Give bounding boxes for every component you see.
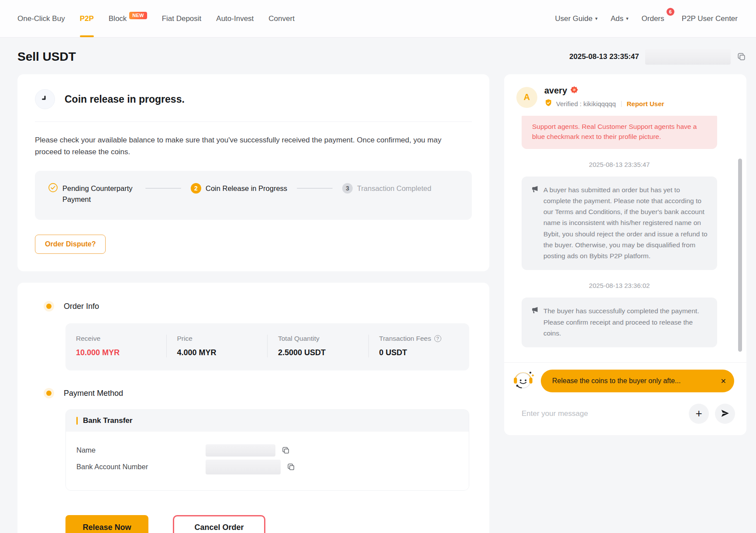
status-description: Please check your available balance to m… — [35, 134, 450, 158]
avatar: A — [516, 87, 537, 108]
nav-user-guide-label: User Guide — [555, 14, 592, 23]
megaphone-icon — [530, 306, 539, 339]
field-value: 2.5000 USDT — [278, 348, 361, 357]
step-connector — [145, 188, 181, 189]
verified-label: Verified : kikikiqqqqq — [556, 100, 616, 107]
bullet-icon — [46, 304, 52, 309]
top-navigation: One-Click Buy P2P Block NEW Fiat Deposit… — [0, 0, 756, 38]
step-transaction-completed: 3 Transaction Completed — [342, 183, 431, 194]
chat-scrollbar[interactable] — [738, 159, 742, 352]
nav-auto-invest[interactable]: Auto-Invest — [216, 0, 254, 37]
bot-tip-pill[interactable]: Release the coins to the buyer only afte… — [541, 370, 734, 392]
page-title: Sell USDT — [17, 50, 76, 64]
release-now-button[interactable]: Release Now — [65, 515, 148, 533]
payment-field-label: Bank Account Number — [76, 463, 206, 471]
step-pending-payment: Pending Counterparty Payment — [48, 183, 136, 205]
nav-orders[interactable]: Orders 6 — [642, 0, 669, 37]
megaphone-icon — [530, 185, 539, 262]
payment-method-box: Bank Transfer Name — [65, 409, 469, 491]
chat-bot-icon — [511, 368, 536, 394]
order-id-redacted — [645, 49, 731, 65]
check-circle-icon — [48, 183, 58, 194]
field-label: Total Quantity — [278, 335, 320, 343]
chat-panel: A avery Verified : kikikiqqq — [504, 74, 746, 435]
message-text: The buyer has successfully completed the… — [543, 305, 708, 339]
nav-convert[interactable]: Convert — [268, 0, 295, 37]
system-announcement: A buyer has submitted an order but has y… — [522, 177, 717, 270]
active-tab-underline — [80, 35, 94, 37]
chat-timestamp: 2025-08-13 23:36:02 — [522, 282, 717, 289]
nav-one-click-buy[interactable]: One-Click Buy — [17, 0, 65, 37]
bullet-icon — [46, 391, 52, 396]
field-label: Transaction Fees — [379, 335, 431, 343]
order-dispute-button[interactable]: Order Dispute? — [35, 235, 106, 254]
nav-p2p-label: P2P — [80, 14, 94, 23]
order-details-card: Order Info Receive 10.000 MYR Price 4.00… — [17, 283, 489, 533]
chat-user-info: avery Verified : kikikiqqqqq Report U — [544, 86, 664, 109]
accent-bar — [76, 417, 78, 425]
page-content: Sell USDT 2025-08-13 23:35:47 C — [0, 49, 756, 533]
order-created-time: 2025-08-13 23:35:47 — [569, 52, 639, 61]
order-column: Coin release in progress. Please check y… — [17, 74, 489, 533]
step-label: Transaction Completed — [357, 183, 431, 194]
step-coin-release: 2 Coin Release in Progress — [191, 183, 287, 194]
chevron-down-icon: ▾ — [626, 16, 629, 21]
order-field-price: Price 4.000 MYR — [166, 335, 268, 357]
nav-p2p[interactable]: P2P — [80, 0, 94, 37]
chat-input-row: + — [504, 398, 746, 435]
divider — [621, 101, 622, 107]
bot-tip-text: Release the coins to the buyer only afte… — [552, 377, 715, 385]
cancel-order-button[interactable]: Cancel Order — [173, 515, 265, 533]
payment-row-account-number: Bank Account Number — [76, 459, 458, 475]
order-field-total-quantity: Total Quantity 2.5000 USDT — [267, 335, 368, 357]
step-label: Coin Release in Progress — [206, 183, 287, 194]
order-info-box: Receive 10.000 MYR Price 4.000 MYR Total… — [65, 323, 469, 370]
nav-fiat-deposit[interactable]: Fiat Deposit — [162, 0, 202, 37]
send-button[interactable] — [715, 404, 735, 424]
account-number-redacted — [206, 460, 281, 474]
nav-user-guide[interactable]: User Guide ▾ — [555, 0, 598, 37]
field-value: 4.000 MYR — [177, 348, 261, 357]
plus-icon: + — [695, 408, 702, 419]
field-label: Price — [177, 335, 192, 343]
nav-ads[interactable]: Ads ▾ — [611, 0, 629, 37]
payment-row-name: Name — [76, 442, 458, 459]
chat-warning-message: Support agents. Real Customer Support ag… — [522, 116, 717, 149]
nav-p2p-user-center[interactable]: P2P User Center — [682, 0, 738, 37]
order-field-receive: Receive 10.000 MYR — [65, 335, 166, 357]
nav-block[interactable]: Block NEW — [109, 0, 147, 37]
payment-field-label: Name — [76, 446, 206, 454]
clock-icon — [35, 89, 55, 109]
step-label: Pending Counterparty Payment — [62, 183, 136, 205]
app-root: One-Click Buy P2P Block NEW Fiat Deposit… — [0, 0, 756, 533]
verified-shield-icon — [544, 99, 553, 109]
progress-steps: Pending Counterparty Payment 2 Coin Rele… — [35, 171, 472, 220]
order-status-card: Coin release in progress. Please check y… — [17, 74, 489, 271]
chat-message-area: Support agents. Real Customer Support ag… — [504, 116, 746, 362]
orders-count-badge: 6 — [667, 8, 674, 16]
field-label: Receive — [76, 335, 100, 343]
help-icon[interactable]: ? — [434, 335, 441, 342]
order-info-heading: Order Info — [35, 302, 472, 311]
chat-message-input[interactable] — [522, 409, 683, 418]
step-number: 3 — [342, 183, 353, 194]
payment-method-details: Name Bank Account Number — [66, 432, 469, 490]
send-icon — [720, 408, 730, 419]
section-title: Order Info — [64, 302, 99, 311]
system-announcement: The buyer has successfully completed the… — [522, 298, 717, 347]
page-header: Sell USDT 2025-08-13 23:35:47 — [17, 49, 746, 65]
chat-header: A avery Verified : kikikiqqq — [504, 74, 746, 116]
payment-method-name: Bank Transfer — [83, 416, 132, 425]
nav-orders-label: Orders — [642, 14, 664, 23]
close-icon[interactable]: ✕ — [721, 377, 726, 385]
order-field-transaction-fees: Transaction Fees ? 0 USDT — [368, 335, 470, 357]
step-number: 2 — [191, 183, 201, 194]
account-nav: User Guide ▾ Ads ▾ Orders 6 P2P User Cen… — [555, 0, 738, 37]
payment-method-section: Payment Method Bank Transfer Name — [35, 389, 472, 491]
attach-button[interactable]: + — [689, 404, 709, 424]
copy-icon[interactable] — [737, 52, 746, 62]
copy-icon[interactable] — [287, 463, 296, 471]
field-value: 0 USDT — [379, 348, 463, 357]
copy-icon[interactable] — [282, 446, 290, 455]
report-user-link[interactable]: Report User — [627, 100, 664, 107]
